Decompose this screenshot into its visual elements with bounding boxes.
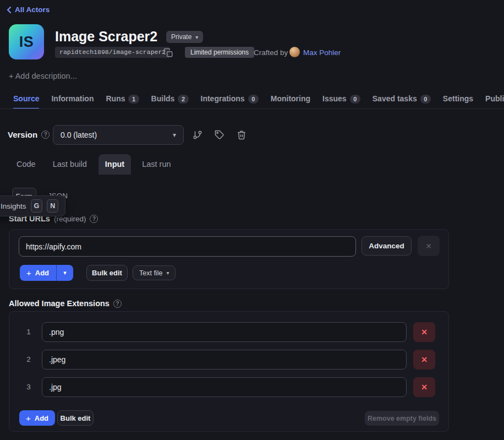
tab-bar-divider bbox=[0, 108, 504, 109]
author-link[interactable]: Max Pohler bbox=[303, 48, 341, 57]
extension-input-2[interactable] bbox=[42, 350, 407, 370]
page-title: Image Scraper2 bbox=[55, 29, 157, 45]
repo-path-badge: rapidtech1898/image-scraper2 bbox=[55, 47, 170, 58]
row-index: 1 bbox=[24, 322, 34, 342]
tab-runs[interactable]: Runs1 bbox=[106, 93, 139, 109]
subtab-last-run[interactable]: Last run bbox=[142, 160, 171, 169]
tab-information[interactable]: Information bbox=[51, 93, 94, 109]
breadcrumb-label: All Actors bbox=[15, 6, 50, 14]
help-icon[interactable]: ? bbox=[90, 215, 98, 223]
saved-tasks-count-badge: 0 bbox=[420, 95, 431, 104]
help-icon[interactable]: ? bbox=[113, 300, 122, 308]
version-history-icon[interactable] bbox=[193, 130, 202, 140]
chevron-down-icon: ▾ bbox=[63, 269, 67, 276]
tab-integrations[interactable]: Integrations0 bbox=[201, 93, 259, 109]
add-extension-button[interactable]: + Add bbox=[19, 410, 55, 426]
trash-icon[interactable] bbox=[237, 130, 246, 140]
extension-row: 2 ✕ bbox=[9, 350, 448, 370]
help-icon[interactable]: ? bbox=[41, 131, 50, 139]
tab-publication[interactable]: Publication bbox=[485, 93, 504, 109]
remove-url-button[interactable]: ✕ bbox=[418, 236, 440, 256]
key-g: G bbox=[31, 199, 43, 213]
start-url-input[interactable] bbox=[19, 236, 356, 257]
add-url-split-button[interactable]: + Add ▾ bbox=[20, 265, 73, 281]
remove-extension-button-1[interactable]: ✕ bbox=[413, 322, 435, 342]
insights-popup: Insights G N bbox=[0, 195, 65, 216]
chevron-down-icon: ▾ bbox=[166, 270, 169, 276]
subtab-input[interactable]: Input bbox=[98, 154, 131, 175]
tab-saved-tasks[interactable]: Saved tasks0 bbox=[372, 93, 431, 109]
subtab-last-build[interactable]: Last build bbox=[53, 160, 87, 169]
main-tab-bar: Source Information Runs1 Builds2 Integra… bbox=[13, 93, 504, 109]
source-subtab-bar: Code Last build Input Last run bbox=[17, 154, 171, 175]
tab-builds[interactable]: Builds2 bbox=[151, 93, 189, 109]
row-index: 2 bbox=[24, 350, 34, 370]
tab-monitoring[interactable]: Monitoring bbox=[271, 93, 310, 109]
plus-icon: + bbox=[26, 414, 31, 423]
close-icon: ✕ bbox=[421, 383, 428, 392]
actor-avatar-tile: IS bbox=[9, 24, 44, 59]
copy-icon[interactable] bbox=[163, 48, 173, 58]
bulk-edit-urls-button[interactable]: Bulk edit bbox=[86, 265, 128, 281]
add-url-button[interactable]: + Add bbox=[20, 265, 56, 281]
extensions-label: Allowed Image Extensions bbox=[9, 299, 109, 308]
version-label: Version ? bbox=[8, 130, 50, 139]
chevron-down-icon: ▾ bbox=[195, 34, 198, 40]
remove-empty-fields-button[interactable]: Remove empty fields bbox=[365, 411, 439, 426]
extensions-footer: + Add Bulk edit Remove empty fields bbox=[9, 410, 448, 430]
visibility-label: Private bbox=[171, 33, 191, 41]
add-url-dropdown[interactable]: ▾ bbox=[56, 265, 73, 281]
extensions-panel: 1 ✕ 2 ✕ 3 ✕ + Add Bulk edit bbox=[9, 311, 449, 432]
version-selected-value: 0.0 (latest) bbox=[61, 131, 97, 139]
integrations-count-badge: 0 bbox=[248, 95, 259, 104]
chevron-down-icon: ▾ bbox=[173, 131, 176, 139]
tab-settings[interactable]: Settings bbox=[443, 93, 473, 109]
extensions-header: Allowed Image Extensions ? bbox=[9, 299, 122, 308]
actor-detail-page: All Actors IS Image Scraper2 Private ▾ r… bbox=[0, 0, 504, 440]
extension-row: 3 ✕ bbox=[9, 377, 448, 397]
remove-extension-button-2[interactable]: ✕ bbox=[413, 350, 435, 370]
breadcrumb-all-actors[interactable]: All Actors bbox=[7, 6, 50, 14]
tab-issues[interactable]: Issues0 bbox=[322, 93, 360, 109]
builds-count-badge: 2 bbox=[178, 95, 188, 104]
row-index: 3 bbox=[24, 377, 34, 397]
extension-input-1[interactable] bbox=[42, 322, 407, 342]
bulk-edit-extensions-button[interactable]: Bulk edit bbox=[57, 410, 94, 426]
add-description-button[interactable]: + Add description... bbox=[9, 72, 77, 80]
chevron-left-icon bbox=[7, 7, 12, 13]
crafted-by-label: Crafted by bbox=[254, 48, 288, 57]
actor-initials: IS bbox=[19, 34, 34, 51]
close-icon: ✕ bbox=[421, 328, 428, 336]
extension-row: 1 ✕ bbox=[9, 322, 448, 342]
close-icon: ✕ bbox=[425, 242, 432, 251]
extension-input-3[interactable] bbox=[42, 377, 407, 397]
visibility-dropdown[interactable]: Private ▾ bbox=[166, 31, 203, 43]
runs-count-badge: 1 bbox=[128, 95, 139, 104]
version-select[interactable]: 0.0 (latest) ▾ bbox=[53, 125, 184, 145]
permissions-badge: Limited permissions bbox=[185, 47, 254, 58]
key-n: N bbox=[47, 199, 58, 213]
author-avatar bbox=[289, 47, 300, 57]
tab-source[interactable]: Source bbox=[13, 93, 39, 109]
issues-count-badge: 0 bbox=[350, 95, 360, 104]
plus-icon: + bbox=[26, 268, 31, 278]
close-icon: ✕ bbox=[421, 355, 428, 364]
insights-label: Insights bbox=[1, 202, 26, 210]
subtab-code[interactable]: Code bbox=[17, 160, 36, 169]
tag-icon[interactable] bbox=[215, 130, 224, 140]
text-file-button[interactable]: Text file ▾ bbox=[133, 265, 176, 280]
start-urls-panel: Advanced ✕ + Add ▾ Bulk edit Text file ▾ bbox=[9, 229, 449, 289]
remove-extension-button-3[interactable]: ✕ bbox=[413, 377, 435, 397]
advanced-button[interactable]: Advanced bbox=[361, 236, 412, 256]
